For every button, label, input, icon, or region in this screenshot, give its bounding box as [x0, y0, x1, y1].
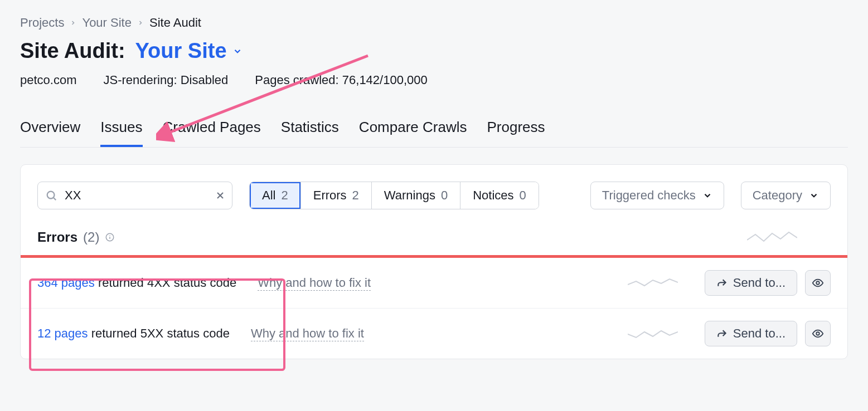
clear-icon[interactable] — [215, 190, 226, 201]
filter-errors[interactable]: Errors 2 — [301, 182, 372, 209]
breadcrumb: Projects Your Site Site Audit — [20, 16, 848, 30]
send-to-label: Send to... — [733, 276, 785, 290]
category-dropdown[interactable]: Category — [741, 182, 831, 209]
why-and-how-link[interactable]: Why and how to fix it — [258, 276, 371, 291]
send-to-button[interactable]: Send to... — [705, 270, 797, 296]
page-title-row: Site Audit: Your Site — [20, 39, 848, 63]
page-title: Site Audit: — [20, 39, 125, 63]
issue-description: returned 4XX status code — [95, 276, 236, 290]
info-icon[interactable] — [105, 232, 115, 242]
sparkline — [628, 326, 678, 341]
errors-label: Errors — [37, 229, 77, 245]
svg-point-8 — [816, 332, 819, 335]
filter-label: Errors — [313, 188, 347, 203]
hide-issue-button[interactable] — [805, 270, 831, 296]
issue-page-count-link[interactable]: 364 pages — [37, 276, 95, 290]
breadcrumb-item[interactable]: Your Site — [82, 16, 131, 30]
dropdown-label: Triggered checks — [602, 188, 696, 203]
meta-row: petco.com JS-rendering: Disabled Pages c… — [20, 73, 848, 87]
search-input[interactable] — [37, 182, 232, 209]
chevron-down-icon — [232, 46, 243, 56]
share-arrow-icon — [716, 328, 728, 339]
share-arrow-icon — [716, 277, 728, 288]
tab-issues[interactable]: Issues — [100, 119, 142, 147]
why-and-how-link[interactable]: Why and how to fix it — [251, 326, 364, 341]
issue-text: 12 pages returned 5XX status code — [37, 326, 230, 341]
issue-row: 364 pages returned 4XX status code Why a… — [21, 258, 847, 309]
errors-count: (2) — [83, 229, 99, 245]
tabs: Overview Issues Crawled Pages Statistics… — [20, 119, 848, 148]
filter-count: 0 — [520, 188, 526, 203]
svg-line-1 — [54, 198, 56, 200]
errors-section-header: Errors (2) — [21, 221, 847, 255]
issue-description: returned 5XX status code — [88, 326, 230, 340]
tab-statistics[interactable]: Statistics — [281, 119, 339, 147]
meta-domain: petco.com — [20, 73, 77, 87]
chevron-right-icon — [137, 19, 144, 26]
filter-label: Warnings — [384, 188, 435, 203]
meta-js-rendering: JS-rendering: Disabled — [104, 73, 229, 87]
filter-notices[interactable]: Notices 0 — [460, 182, 539, 209]
filter-count: 0 — [441, 188, 448, 203]
site-selector[interactable]: Your Site — [135, 39, 243, 63]
issue-row: 12 pages returned 5XX status code Why an… — [21, 309, 847, 359]
sparkline — [628, 276, 678, 290]
filter-label: Notices — [473, 188, 513, 203]
tab-crawled-pages[interactable]: Crawled Pages — [163, 119, 261, 147]
dropdown-label: Category — [753, 188, 802, 203]
eye-icon — [812, 327, 824, 340]
breadcrumb-item-current: Site Audit — [149, 16, 201, 30]
site-selector-label: Your Site — [135, 39, 227, 63]
filter-count: 2 — [352, 188, 359, 203]
svg-point-0 — [47, 192, 55, 199]
tab-compare-crawls[interactable]: Compare Crawls — [359, 119, 467, 147]
issues-panel: All 2 Errors 2 Warnings 0 Notices 0 — [20, 164, 848, 359]
send-to-label: Send to... — [733, 326, 785, 341]
search-wrap — [37, 182, 232, 209]
triggered-checks-dropdown[interactable]: Triggered checks — [590, 182, 724, 209]
meta-pages-crawled: Pages crawled: 76,142/100,000 — [255, 73, 427, 87]
tab-overview[interactable]: Overview — [20, 119, 80, 147]
eye-icon — [812, 277, 824, 289]
filter-all[interactable]: All 2 — [250, 182, 301, 209]
chevron-down-icon — [809, 190, 819, 200]
svg-point-7 — [816, 281, 819, 285]
issue-page-count-link[interactable]: 12 pages — [37, 326, 88, 340]
filter-label: All — [262, 188, 275, 203]
send-to-button[interactable]: Send to... — [705, 321, 797, 346]
tab-progress[interactable]: Progress — [487, 119, 545, 147]
svg-point-6 — [110, 235, 111, 236]
filter-warnings[interactable]: Warnings 0 — [372, 182, 460, 209]
sparkline — [747, 230, 797, 244]
chevron-right-icon — [70, 19, 76, 26]
search-icon — [45, 189, 57, 202]
chevron-down-icon — [702, 190, 712, 200]
filter-segment: All 2 Errors 2 Warnings 0 Notices 0 — [249, 182, 539, 209]
hide-issue-button[interactable] — [805, 321, 831, 346]
issue-text: 364 pages returned 4XX status code — [37, 276, 236, 290]
breadcrumb-item[interactable]: Projects — [20, 16, 64, 30]
filter-count: 2 — [281, 188, 288, 203]
